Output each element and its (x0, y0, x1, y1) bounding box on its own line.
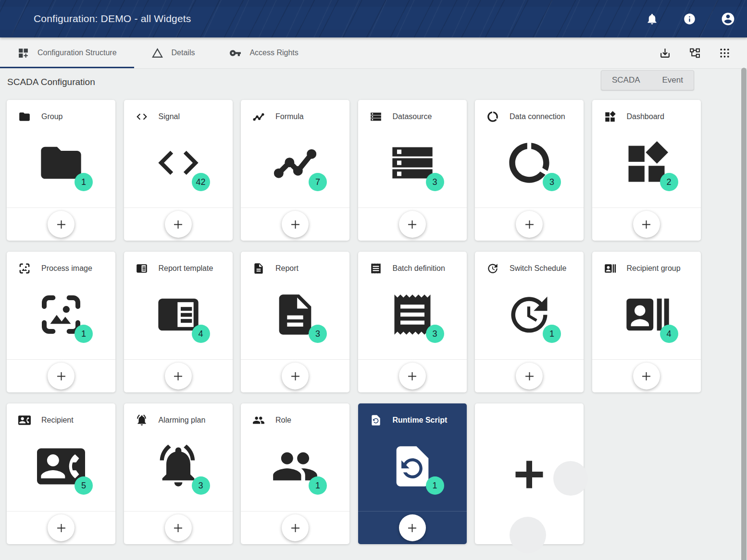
add-item-button[interactable] (633, 363, 660, 390)
bell-icon[interactable] (646, 12, 659, 25)
key-icon (229, 47, 241, 59)
card-footer (7, 359, 115, 392)
card-recipient[interactable]: Recipient 5 (7, 403, 115, 544)
card-body: 1 (358, 403, 467, 511)
card-body: 7 (241, 100, 349, 208)
card-footer (124, 511, 233, 544)
count-badge: 1 (309, 476, 327, 495)
card-body: 3 (475, 100, 584, 208)
placeholder-circle (553, 461, 588, 496)
tab-configuration-structure[interactable]: Configuration Structure (0, 37, 134, 68)
add-item-button[interactable] (165, 211, 192, 238)
count-badge: 4 (192, 325, 210, 343)
card-data-connection[interactable]: Data connection 3 (475, 100, 584, 241)
add-item-button[interactable] (165, 514, 192, 541)
count-badge: 3 (192, 476, 210, 495)
warning-triangle-icon (151, 47, 163, 59)
card-body: 1 (7, 252, 115, 360)
placeholder-circle (510, 517, 546, 553)
tab-details[interactable]: Details (134, 37, 212, 68)
add-item-button[interactable] (399, 514, 426, 541)
add-item-button[interactable] (48, 211, 75, 238)
info-icon[interactable] (683, 12, 696, 25)
count-badge: 7 (309, 173, 327, 191)
card-footer (124, 359, 233, 392)
card-dashboard[interactable]: Dashboard 2 (592, 100, 701, 241)
card-role[interactable]: Role 1 (241, 403, 349, 544)
sitemap-icon[interactable] (689, 47, 701, 59)
card-body: 2 (592, 100, 701, 208)
scada-configuration-app: Configuration: DEMO - all Widgets Config… (0, 0, 747, 560)
card-group[interactable]: Group 1 (7, 100, 115, 241)
card-batch-definition[interactable]: Batch definition 3 (358, 252, 467, 392)
card-footer (241, 359, 349, 392)
tab-label: Details (172, 49, 195, 57)
card-footer (358, 511, 467, 544)
card-datasource[interactable]: Datasource 3 (358, 100, 467, 241)
add-item-button[interactable] (48, 363, 75, 390)
card-runtime-script[interactable]: Runtime Script 1 (358, 403, 467, 544)
add-item-button[interactable] (399, 211, 426, 238)
account-circle-icon[interactable] (721, 12, 735, 26)
card-body: 3 (124, 403, 233, 511)
toggle-option-event[interactable]: Event (662, 75, 683, 85)
card-body: 1 (241, 403, 349, 511)
card-formula[interactable]: Formula 7 (241, 100, 349, 241)
card-footer (7, 207, 115, 241)
card-body: 3 (241, 252, 349, 360)
card-body: 3 (358, 252, 467, 360)
card-report-template[interactable]: Report template 4 (124, 252, 233, 392)
page-title: Configuration: DEMO - all Widgets (34, 13, 191, 24)
header-actions (646, 0, 735, 37)
card-footer (592, 359, 701, 392)
dashboard-customize-icon (17, 47, 29, 59)
card-footer (475, 207, 584, 241)
vertical-scrollbar[interactable] (741, 68, 747, 560)
card-body: 3 (358, 100, 467, 208)
scada-event-toggle[interactable]: SCADA Event (601, 70, 694, 90)
card-process-image[interactable]: Process image 1 (7, 252, 115, 392)
tab-bar: Configuration Structure Details Access R… (0, 37, 747, 69)
card-footer (358, 359, 467, 392)
card-footer (358, 207, 467, 241)
tab-label: Configuration Structure (37, 49, 117, 57)
add-item-button[interactable] (282, 211, 309, 238)
card-signal[interactable]: Signal 42 (124, 100, 233, 241)
tab-actions (659, 37, 731, 68)
add-item-button[interactable] (633, 211, 660, 238)
add-item-button[interactable] (48, 514, 75, 541)
card-body: 42 (124, 100, 233, 208)
card-switch-schedule[interactable]: Switch Schedule 1 (475, 252, 584, 392)
count-badge: 3 (426, 325, 444, 343)
card-report[interactable]: Report 3 (241, 252, 349, 392)
card-footer (7, 511, 115, 544)
count-badge: 1 (426, 476, 444, 495)
add-item-button[interactable] (282, 363, 309, 390)
apps-grid-icon[interactable] (719, 47, 731, 59)
toggle-option-scada[interactable]: SCADA (612, 75, 640, 85)
count-badge: 4 (660, 325, 678, 343)
add-item-button[interactable] (516, 363, 543, 390)
count-badge: 2 (660, 173, 678, 191)
tab-label: Access Rights (249, 49, 298, 57)
add-item-button[interactable] (516, 211, 543, 238)
card-body: 4 (592, 252, 701, 360)
count-badge: 1 (543, 325, 561, 343)
card-footer (241, 511, 349, 544)
card-body: 1 (475, 252, 584, 360)
add-item-button[interactable] (165, 363, 192, 390)
add-item-button[interactable] (282, 514, 309, 541)
widget-grid: Group 1 Signal 42 Formula 7 (7, 100, 701, 544)
download-icon[interactable] (659, 47, 671, 59)
add-widget-card[interactable] (475, 403, 584, 544)
card-footer (475, 359, 584, 392)
tab-access-rights[interactable]: Access Rights (212, 37, 315, 68)
card-body: 1 (7, 100, 115, 208)
card-recipient-group[interactable]: Recipient group 4 (592, 252, 701, 392)
add-item-button[interactable] (399, 363, 426, 390)
card-footer (592, 207, 701, 241)
card-footer (124, 207, 233, 241)
card-alarming-plan[interactable]: Alarming plan 3 (124, 403, 233, 544)
section-title: SCADA Configuration (7, 77, 95, 87)
count-badge: 3 (426, 173, 444, 191)
